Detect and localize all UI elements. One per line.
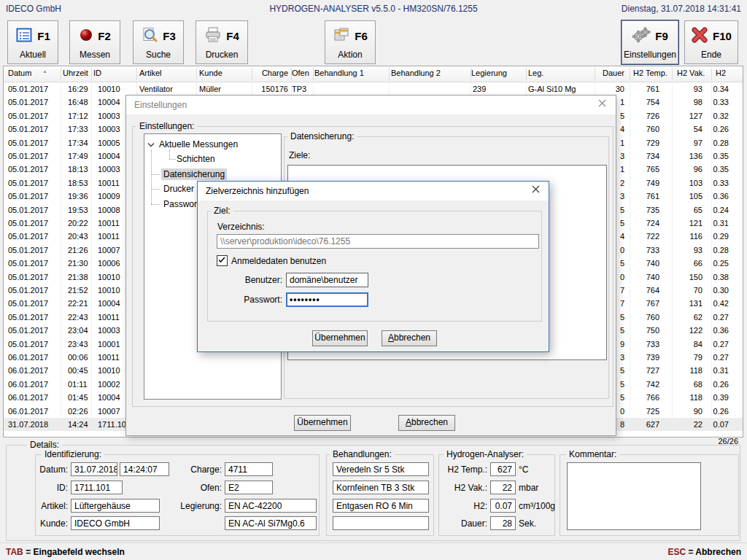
- benutzer-field[interactable]: domäne\benutzer: [286, 273, 368, 287]
- column-header-kunde[interactable]: Kunde: [199, 69, 222, 77]
- status-left: TAB = Eingabefeld wechseln: [6, 547, 125, 557]
- datum-field[interactable]: 31.07.2018: [71, 462, 117, 476]
- target-abbrechen-button[interactable]: Abbrechen: [382, 330, 437, 346]
- column-header-uhrzeit[interactable]: Uhrzeit: [63, 69, 88, 77]
- column-separator: [630, 68, 630, 80]
- h2temp-label: H2 Temp.:: [439, 464, 487, 475]
- table-cell: G-Al Si10 Mg: [528, 82, 591, 96]
- settings-uebernehmen-button[interactable]: Übernehmen: [294, 415, 351, 431]
- column-header-artikel[interactable]: Artikel: [139, 69, 162, 77]
- messen-button[interactable]: F2 Messen: [69, 20, 120, 64]
- table-cell: TP3: [292, 82, 312, 96]
- kommentar-field[interactable]: [567, 462, 701, 530]
- tree-connector: [151, 150, 152, 204]
- table-cell: 05.01.2017: [8, 190, 56, 203]
- table-cell: 121: [669, 217, 703, 230]
- column-header-datum[interactable]: Datum: [8, 69, 31, 77]
- settings-abbrechen-button[interactable]: Abbrechen: [398, 415, 455, 431]
- table-cell: 17:33: [68, 122, 97, 136]
- column-header-dauer[interactable]: Dauer: [592, 69, 624, 77]
- table-cell: 0.31: [704, 364, 729, 377]
- close-red-icon: [691, 26, 708, 46]
- table-cell: 0.27: [704, 338, 729, 351]
- table-cell: 31.07.2018: [8, 418, 56, 431]
- column-header-ofen[interactable]: Ofen: [292, 69, 309, 77]
- zielverzeichnis-dialog-titlebar[interactable]: Zielverzeichnis hinzufügen: [198, 182, 549, 201]
- charge-field[interactable]: 4711: [225, 462, 273, 476]
- tree-item-datensicherung[interactable]: Datensicherung: [161, 168, 227, 180]
- column-header-behandlung-1[interactable]: Behandlung 1: [314, 69, 364, 77]
- column-header-id[interactable]: ID: [93, 69, 101, 77]
- table-cell: 740: [625, 257, 659, 270]
- table-cell: 750: [625, 324, 659, 337]
- behandlungen-group: Behandlungen: Veredeln Sr 5 Stk Kornfein…: [326, 454, 434, 536]
- table-cell: 116: [669, 230, 703, 243]
- aktion-button[interactable]: F6 Aktion: [325, 20, 376, 64]
- h2-field[interactable]: 0.07: [490, 499, 516, 513]
- table-cell: 65: [669, 203, 703, 217]
- legierung-field[interactable]: EN AC-42200: [225, 499, 317, 513]
- table-cell: 90: [669, 405, 703, 418]
- h2vak-field[interactable]: 22: [490, 481, 516, 494]
- tree-item-drucker[interactable]: Drucker: [163, 183, 194, 195]
- details-group-label: Details:: [27, 440, 62, 450]
- table-row[interactable]: 05.01.201716:2910010VentilatorMüller1501…: [4, 82, 743, 96]
- close-icon[interactable]: [595, 99, 608, 111]
- einstellungen-button[interactable]: F9 Einstellungen: [622, 20, 678, 64]
- ofen-field[interactable]: E2: [225, 481, 273, 494]
- table-cell: 0.34: [704, 82, 729, 96]
- dauer-field[interactable]: 28: [490, 516, 516, 530]
- zeit-field[interactable]: 14:24:07: [120, 462, 169, 476]
- button-caption: Drucken: [206, 50, 239, 60]
- ende-button[interactable]: F10 Ende: [684, 20, 738, 64]
- table-cell: 02:26: [68, 405, 97, 418]
- table-cell: 122: [669, 324, 703, 337]
- legierung2-field[interactable]: EN AC-Al Si7Mg0.6: [225, 516, 317, 530]
- column-header-charge[interactable]: Charge: [253, 69, 288, 77]
- passwort-field[interactable]: ••••••••: [286, 292, 368, 307]
- column-separator: [136, 68, 137, 80]
- table-cell: 05.01.2017: [8, 297, 56, 310]
- target-uebernehmen-button[interactable]: Übernehmen: [312, 330, 368, 346]
- table-cell: 127: [669, 109, 703, 122]
- table-cell: 766: [625, 391, 659, 404]
- table-cell: 01:11: [68, 378, 97, 391]
- column-separator: [196, 68, 197, 80]
- chevron-down-icon[interactable]: [147, 140, 155, 150]
- column-header-leg-[interactable]: Leg.: [528, 69, 543, 77]
- drucken-button[interactable]: F4 Drucken: [196, 20, 248, 64]
- behandlung3-field[interactable]: Entgasen RO 6 Min: [333, 499, 429, 513]
- tree-item-schichten[interactable]: Schichten: [177, 153, 215, 165]
- tree-item-aktuelle-messungen[interactable]: Aktuelle Messungen: [159, 139, 238, 150]
- column-header-h2-vak-[interactable]: H2 Vak.: [677, 69, 705, 77]
- behandlung4-field[interactable]: [333, 516, 429, 530]
- column-header-h2[interactable]: H2: [716, 69, 726, 77]
- h2temp-field[interactable]: 627: [490, 462, 516, 476]
- table-cell: 05.01.2017: [8, 96, 56, 109]
- anmeldedaten-checkbox[interactable]: [217, 255, 228, 266]
- behandlung1-field[interactable]: Veredeln Sr 5 Stk: [333, 462, 429, 476]
- table-cell: 79: [669, 351, 703, 364]
- column-header-behandlung-2[interactable]: Behandlung 2: [391, 69, 441, 77]
- table-cell: 05.01.2017: [8, 257, 56, 270]
- column-header-legierung[interactable]: Legierung: [471, 69, 507, 77]
- datetime-display: Dienstag, 31.07.2018 14:31:41: [622, 4, 741, 14]
- artikel-field[interactable]: Lüftergehäuse: [71, 499, 160, 513]
- anmeldedaten-checkbox-label[interactable]: Anmeldedaten benutzen: [231, 256, 326, 266]
- button-caption: Einstellungen: [624, 50, 676, 60]
- table-cell: 05.01.2017: [8, 203, 56, 217]
- table-cell: 06.01.2017: [8, 364, 56, 377]
- table-cell: 0.35: [704, 163, 729, 176]
- id-field[interactable]: 1711.101: [71, 481, 123, 494]
- table-cell: 627: [625, 418, 659, 431]
- einstellungen-dialog-titlebar[interactable]: Einstellungen: [126, 96, 616, 114]
- behandlung2-field[interactable]: Kornfeinen TB 3 Stk: [333, 481, 429, 494]
- table-cell: 05.01.2017: [8, 217, 56, 230]
- close-icon[interactable]: [529, 185, 542, 197]
- table-cell: 19:53: [68, 203, 97, 217]
- aktuell-button[interactable]: F1 Aktuell: [7, 20, 58, 64]
- kunde-field[interactable]: IDECO GmbH: [71, 516, 160, 530]
- column-header-h2-temp-[interactable]: H2 Temp.: [633, 69, 667, 77]
- verzeichnis-field[interactable]: \\server\produktion\ideco\76.1255: [217, 234, 539, 249]
- suche-button[interactable]: F3 Suche: [133, 20, 184, 64]
